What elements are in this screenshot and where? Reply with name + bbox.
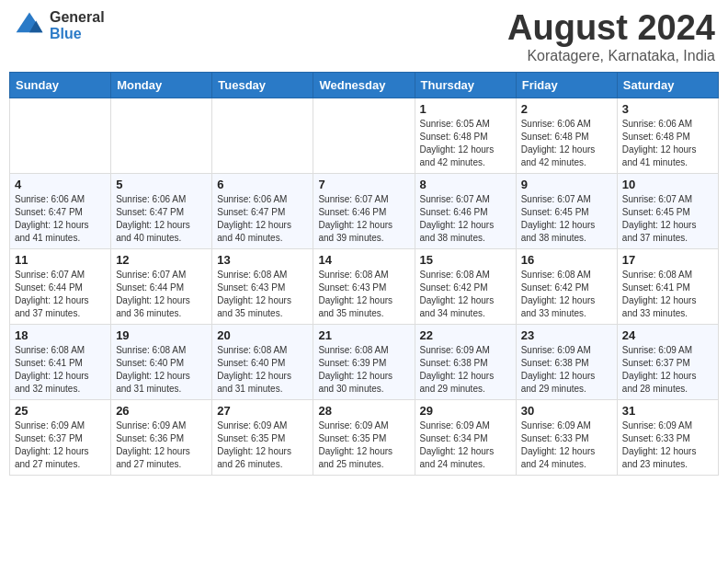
day-number: 20 (217, 328, 308, 342)
day-number: 31 (622, 404, 713, 418)
calendar-header-thursday: Thursday (415, 72, 516, 98)
day-info: Sunrise: 6:09 AMSunset: 6:35 PMDaylight:… (217, 419, 308, 471)
day-number: 11 (15, 253, 106, 267)
page-title: August 2024 (507, 9, 715, 48)
day-number: 12 (116, 253, 207, 267)
day-number: 17 (622, 253, 713, 267)
calendar-cell: 26Sunrise: 6:09 AMSunset: 6:36 PMDayligh… (111, 399, 212, 475)
calendar-cell: 30Sunrise: 6:09 AMSunset: 6:33 PMDayligh… (516, 399, 617, 475)
calendar-cell: 16Sunrise: 6:08 AMSunset: 6:42 PMDayligh… (516, 248, 617, 324)
calendar-cell: 20Sunrise: 6:08 AMSunset: 6:40 PMDayligh… (212, 324, 313, 399)
day-info: Sunrise: 6:08 AMSunset: 6:42 PMDaylight:… (420, 269, 511, 320)
day-info: Sunrise: 6:09 AMSunset: 6:35 PMDaylight:… (318, 419, 409, 471)
day-number: 8 (420, 178, 511, 191)
calendar-week-2: 4Sunrise: 6:06 AMSunset: 6:47 PMDaylight… (10, 173, 719, 248)
day-info: Sunrise: 6:09 AMSunset: 6:38 PMDaylight:… (420, 344, 511, 396)
calendar-week-3: 11Sunrise: 6:07 AMSunset: 6:44 PMDayligh… (10, 248, 719, 324)
day-info: Sunrise: 6:07 AMSunset: 6:46 PMDaylight:… (420, 193, 511, 245)
day-info: Sunrise: 6:09 AMSunset: 6:34 PMDaylight:… (420, 419, 511, 471)
day-number: 5 (116, 178, 207, 191)
day-info: Sunrise: 6:07 AMSunset: 6:45 PMDaylight:… (622, 193, 713, 245)
calendar-week-5: 25Sunrise: 6:09 AMSunset: 6:37 PMDayligh… (10, 399, 719, 475)
calendar-cell (313, 98, 415, 173)
page-subtitle: Koratagere, Karnataka, India (507, 48, 715, 64)
calendar-cell: 28Sunrise: 6:09 AMSunset: 6:35 PMDayligh… (313, 399, 415, 475)
day-number: 16 (521, 253, 612, 267)
day-number: 24 (622, 328, 713, 342)
calendar-header-monday: Monday (111, 72, 212, 98)
day-number: 14 (318, 253, 409, 267)
calendar-cell: 2Sunrise: 6:06 AMSunset: 6:48 PMDaylight… (516, 98, 617, 173)
day-info: Sunrise: 6:09 AMSunset: 6:37 PMDaylight:… (15, 419, 106, 471)
day-number: 29 (420, 404, 511, 418)
calendar-cell: 7Sunrise: 6:07 AMSunset: 6:46 PMDaylight… (313, 173, 415, 248)
logo-icon (13, 9, 46, 42)
calendar-week-1: 1Sunrise: 6:05 AMSunset: 6:48 PMDaylight… (10, 98, 719, 173)
calendar-cell: 10Sunrise: 6:07 AMSunset: 6:45 PMDayligh… (617, 173, 718, 248)
calendar-cell: 9Sunrise: 6:07 AMSunset: 6:45 PMDaylight… (516, 173, 617, 248)
day-info: Sunrise: 6:08 AMSunset: 6:40 PMDaylight:… (116, 344, 207, 396)
day-number: 13 (217, 253, 308, 267)
logo-text: General Blue (50, 9, 105, 42)
logo: General Blue (13, 9, 105, 42)
day-info: Sunrise: 6:09 AMSunset: 6:37 PMDaylight:… (622, 344, 713, 396)
calendar-cell: 14Sunrise: 6:08 AMSunset: 6:43 PMDayligh… (313, 248, 415, 324)
day-number: 26 (116, 404, 207, 418)
calendar-header-wednesday: Wednesday (313, 72, 415, 98)
day-number: 23 (521, 328, 612, 342)
day-number: 25 (15, 404, 106, 418)
calendar-cell: 31Sunrise: 6:09 AMSunset: 6:33 PMDayligh… (617, 399, 718, 475)
day-info: Sunrise: 6:08 AMSunset: 6:39 PMDaylight:… (318, 344, 409, 396)
day-number: 28 (318, 404, 409, 418)
calendar-cell: 12Sunrise: 6:07 AMSunset: 6:44 PMDayligh… (111, 248, 212, 324)
calendar-header-row: SundayMondayTuesdayWednesdayThursdayFrid… (10, 72, 719, 98)
calendar-cell: 19Sunrise: 6:08 AMSunset: 6:40 PMDayligh… (111, 324, 212, 399)
calendar-week-4: 18Sunrise: 6:08 AMSunset: 6:41 PMDayligh… (10, 324, 719, 399)
calendar-cell: 8Sunrise: 6:07 AMSunset: 6:46 PMDaylight… (415, 173, 516, 248)
day-number: 30 (521, 404, 612, 418)
day-info: Sunrise: 6:06 AMSunset: 6:48 PMDaylight:… (622, 118, 713, 169)
day-number: 19 (116, 328, 207, 342)
day-info: Sunrise: 6:06 AMSunset: 6:47 PMDaylight:… (15, 193, 106, 245)
calendar-cell (10, 98, 111, 173)
day-info: Sunrise: 6:08 AMSunset: 6:40 PMDaylight:… (217, 344, 308, 396)
day-number: 4 (15, 178, 106, 191)
day-number: 2 (521, 102, 612, 116)
calendar-cell: 23Sunrise: 6:09 AMSunset: 6:38 PMDayligh… (516, 324, 617, 399)
day-number: 6 (217, 178, 308, 191)
day-info: Sunrise: 6:05 AMSunset: 6:48 PMDaylight:… (420, 118, 511, 169)
calendar-cell: 11Sunrise: 6:07 AMSunset: 6:44 PMDayligh… (10, 248, 111, 324)
day-info: Sunrise: 6:08 AMSunset: 6:43 PMDaylight:… (318, 269, 409, 320)
calendar-header-sunday: Sunday (10, 72, 111, 98)
day-info: Sunrise: 6:07 AMSunset: 6:44 PMDaylight:… (116, 269, 207, 320)
day-info: Sunrise: 6:09 AMSunset: 6:36 PMDaylight:… (116, 419, 207, 471)
day-number: 18 (15, 328, 106, 342)
day-info: Sunrise: 6:07 AMSunset: 6:44 PMDaylight:… (15, 269, 106, 320)
day-info: Sunrise: 6:08 AMSunset: 6:41 PMDaylight:… (622, 269, 713, 320)
day-info: Sunrise: 6:07 AMSunset: 6:45 PMDaylight:… (521, 193, 612, 245)
day-info: Sunrise: 6:09 AMSunset: 6:33 PMDaylight:… (521, 419, 612, 471)
calendar-cell: 25Sunrise: 6:09 AMSunset: 6:37 PMDayligh… (10, 399, 111, 475)
calendar-cell: 17Sunrise: 6:08 AMSunset: 6:41 PMDayligh… (617, 248, 718, 324)
day-number: 27 (217, 404, 308, 418)
calendar-cell (212, 98, 313, 173)
calendar-header-tuesday: Tuesday (212, 72, 313, 98)
day-info: Sunrise: 6:06 AMSunset: 6:48 PMDaylight:… (521, 118, 612, 169)
calendar-cell: 15Sunrise: 6:08 AMSunset: 6:42 PMDayligh… (415, 248, 516, 324)
calendar-cell: 27Sunrise: 6:09 AMSunset: 6:35 PMDayligh… (212, 399, 313, 475)
calendar-cell: 24Sunrise: 6:09 AMSunset: 6:37 PMDayligh… (617, 324, 718, 399)
title-block: August 2024 Koratagere, Karnataka, India (507, 9, 715, 64)
day-number: 3 (622, 102, 713, 116)
calendar-header-friday: Friday (516, 72, 617, 98)
day-info: Sunrise: 6:07 AMSunset: 6:46 PMDaylight:… (318, 193, 409, 245)
calendar-cell: 18Sunrise: 6:08 AMSunset: 6:41 PMDayligh… (10, 324, 111, 399)
day-info: Sunrise: 6:09 AMSunset: 6:33 PMDaylight:… (622, 419, 713, 471)
calendar-cell: 3Sunrise: 6:06 AMSunset: 6:48 PMDaylight… (617, 98, 718, 173)
calendar-cell: 1Sunrise: 6:05 AMSunset: 6:48 PMDaylight… (415, 98, 516, 173)
day-number: 10 (622, 178, 713, 191)
day-info: Sunrise: 6:06 AMSunset: 6:47 PMDaylight:… (217, 193, 308, 245)
day-info: Sunrise: 6:09 AMSunset: 6:38 PMDaylight:… (521, 344, 612, 396)
calendar-cell: 21Sunrise: 6:08 AMSunset: 6:39 PMDayligh… (313, 324, 415, 399)
calendar-cell (111, 98, 212, 173)
calendar-cell: 22Sunrise: 6:09 AMSunset: 6:38 PMDayligh… (415, 324, 516, 399)
